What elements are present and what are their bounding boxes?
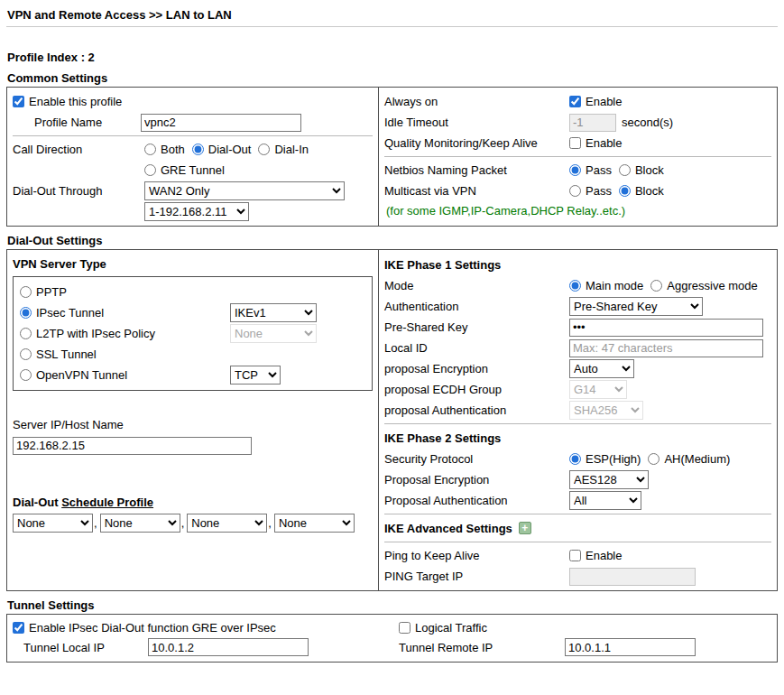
call-direction-option-dial-out[interactable]: Dial-Out: [192, 143, 252, 156]
section-title-dialout: Dial-Out Settings: [7, 234, 778, 247]
esp-label: ESP(High): [586, 452, 641, 466]
dial-out-through-label: Dial-Out Through: [13, 184, 144, 198]
logical-traffic-checkbox[interactable]: [399, 622, 410, 634]
call-direction-option-both[interactable]: Both: [144, 143, 185, 156]
proposal-auth-select-p1[interactable]: SHA256: [569, 401, 643, 420]
netbios-pass-option[interactable]: Pass: [569, 163, 612, 177]
proposal-encryption-select-p2[interactable]: AES128: [569, 470, 649, 489]
ike-advanced-title-row: IKE Advanced Settings +: [384, 517, 771, 539]
schedule-select-3[interactable]: None: [187, 514, 267, 533]
ping-keep-alive-checkbox[interactable]: [569, 550, 581, 561]
vpn-type-ssl-option[interactable]: SSL Tunnel: [20, 348, 97, 361]
ike-phase2-title: IKE Phase 2 Settings: [384, 427, 771, 449]
always-on-row: Always on Enable: [384, 91, 771, 112]
openvpn-label: OpenVPN Tunnel: [36, 368, 127, 382]
profile-index: Profile Index : 2: [7, 51, 778, 64]
vpn-type-l2tp-option[interactable]: L2TP with IPsec Policy: [20, 327, 155, 340]
always-on-enable-option[interactable]: Enable: [569, 95, 622, 108]
server-ip-input[interactable]: [13, 437, 252, 455]
ike-advanced-expand-icon[interactable]: +: [519, 522, 531, 534]
ssl-tunnel-label: SSL Tunnel: [36, 348, 97, 361]
schedule-profile-link[interactable]: Schedule Profile: [61, 496, 153, 509]
proposal-auth-select-p2[interactable]: All: [569, 491, 641, 510]
openvpn-row: OpenVPN Tunnel TCP: [20, 365, 365, 385]
separator: ,: [94, 516, 97, 530]
ping-target-row: PING Target IP: [384, 566, 771, 587]
ah-option[interactable]: AH(Medium): [648, 452, 730, 466]
vpn-type-pptp-option[interactable]: PPTP: [20, 285, 67, 299]
vpn-type-openvpn-option[interactable]: OpenVPN Tunnel: [20, 368, 127, 382]
netbios-block-option[interactable]: Block: [619, 163, 664, 177]
multicast-pass-radio[interactable]: [569, 185, 581, 197]
esp-radio[interactable]: [569, 453, 581, 465]
multicast-block-option[interactable]: Block: [619, 184, 664, 198]
ssl-tunnel-radio[interactable]: [20, 348, 32, 360]
idle-timeout-input[interactable]: [569, 114, 616, 132]
schedule-select-1[interactable]: None: [13, 514, 93, 533]
pre-shared-key-input[interactable]: [569, 319, 763, 337]
netbios-pass-radio[interactable]: [569, 164, 581, 176]
always-on-checkbox[interactable]: [569, 96, 581, 107]
tunnel-remote-ip-label: Tunnel Remote IP: [399, 641, 565, 654]
ah-radio[interactable]: [648, 453, 659, 465]
ping-target-input[interactable]: [569, 568, 696, 586]
common-right-column: Always on Enable Idle Timeout second(s) …: [379, 88, 777, 226]
l2tp-label: L2TP with IPsec Policy: [36, 327, 155, 340]
tunnel-enable-checkbox[interactable]: [13, 622, 24, 634]
pre-shared-key-label: Pre-Shared Key: [384, 320, 569, 334]
common-settings-box: Enable this profile Profile Name Call Di…: [6, 87, 778, 227]
tunnel-remote-ip-input[interactable]: [565, 638, 696, 656]
quality-monitoring-checkbox[interactable]: [569, 137, 581, 149]
call-direction-row: Call Direction Both Dial-Out Dial-In: [13, 139, 373, 160]
ping-keep-alive-enable-label: Enable: [586, 549, 622, 562]
dial-out-through-select[interactable]: WAN2 Only: [144, 181, 345, 200]
proposal-encryption-label-p2: Proposal Encryption: [384, 473, 569, 486]
call-direction-both-radio[interactable]: [144, 144, 156, 155]
local-id-input[interactable]: [569, 339, 763, 357]
pptp-radio[interactable]: [20, 286, 32, 298]
esp-option[interactable]: ESP(High): [569, 452, 641, 466]
call-direction-option-gre[interactable]: GRE Tunnel: [144, 163, 225, 177]
multicast-pass-label: Pass: [586, 184, 612, 198]
call-direction-dial-out-radio[interactable]: [192, 144, 204, 155]
schedule-select-4[interactable]: None: [274, 514, 355, 533]
call-direction-option-dial-in[interactable]: Dial-In: [258, 143, 309, 156]
proposal-auth-row-p2: Proposal Authentication All: [384, 490, 771, 511]
multicast-row: Multicast via VPN Pass Block: [384, 181, 771, 201]
profile-name-row: Profile Name: [13, 112, 373, 133]
aggressive-mode-radio[interactable]: [650, 280, 662, 292]
mode-aggressive-option[interactable]: Aggressive mode: [650, 279, 757, 292]
mode-main-option[interactable]: Main mode: [569, 279, 643, 292]
proposal-encryption-select-p1[interactable]: Auto: [569, 359, 634, 378]
multicast-block-radio[interactable]: [619, 185, 631, 197]
main-mode-radio[interactable]: [569, 280, 581, 292]
ping-target-label: PING Target IP: [384, 570, 569, 583]
tunnel-local-ip-input[interactable]: [148, 638, 309, 656]
server-ip-input-row: [13, 435, 373, 456]
ping-keep-alive-enable-option[interactable]: Enable: [569, 549, 622, 562]
quality-monitoring-enable-option[interactable]: Enable: [569, 136, 622, 150]
ike-version-select[interactable]: IKEv1: [230, 303, 317, 322]
openvpn-radio[interactable]: [20, 369, 32, 381]
divider: [384, 156, 771, 157]
l2tp-radio[interactable]: [20, 328, 32, 339]
authentication-select[interactable]: Pre-Shared Key: [569, 297, 703, 316]
l2tp-policy-select[interactable]: None: [230, 324, 317, 343]
quality-monitoring-enable-label: Enable: [586, 136, 622, 150]
enable-profile-checkbox[interactable]: [13, 96, 24, 107]
openvpn-protocol-select[interactable]: TCP: [230, 366, 281, 385]
profile-name-input[interactable]: [141, 114, 301, 132]
wan-ip-select[interactable]: 1-192.168.2.11: [144, 202, 249, 221]
netbios-row: Netbios Naming Packet Pass Block: [384, 160, 771, 181]
enable-profile-label: Enable this profile: [29, 95, 122, 108]
call-direction-dial-in-radio[interactable]: [258, 144, 270, 155]
divider: [384, 514, 771, 514]
proposal-ecdh-select[interactable]: G14: [569, 380, 627, 399]
gre-tunnel-radio[interactable]: [144, 164, 156, 176]
ipsec-tunnel-radio[interactable]: [20, 307, 32, 319]
multicast-pass-option[interactable]: Pass: [569, 184, 612, 198]
vpn-type-ipsec-option[interactable]: IPsec Tunnel: [20, 306, 104, 320]
netbios-block-radio[interactable]: [619, 164, 631, 176]
schedule-select-2[interactable]: None: [100, 514, 180, 533]
call-direction-dial-out-label: Dial-Out: [208, 143, 252, 156]
